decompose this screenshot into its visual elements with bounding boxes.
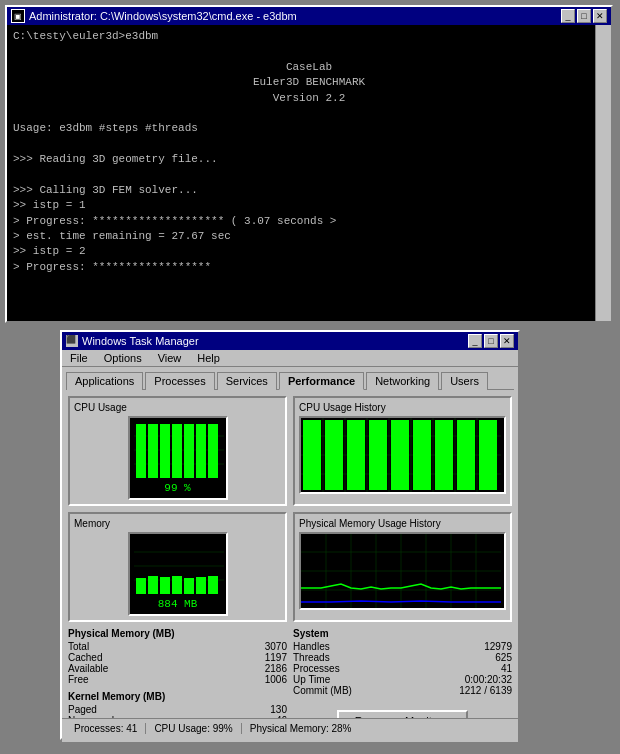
processes-label: Processes [293,663,340,674]
status-processes: Processes: 41 [66,723,146,734]
total-label: Total [68,641,89,652]
cpu-history-graph [301,418,501,492]
tm-tabs: Applications Processes Services Performa… [62,367,518,389]
tm-restore-button[interactable]: □ [484,334,498,348]
cmd-line-progress1: > Progress: ******************** ( 3.07 … [13,214,605,229]
available-label: Available [68,663,108,674]
cmd-line-usage: Usage: e3dbm #steps #threads [13,121,605,136]
svg-rect-38 [196,577,206,594]
memory-title: Memory [74,518,281,529]
cmd-scrollbar[interactable] [595,25,611,321]
cmd-titlebar: ▣ Administrator: C:\Windows\system32\cmd… [7,7,611,25]
tab-processes[interactable]: Processes [145,372,214,390]
uptime-value: 0:00:20:32 [465,674,512,685]
cmd-title: Administrator: C:\Windows\system32\cmd.e… [29,10,297,22]
memory-history-title: Physical Memory Usage History [299,518,506,529]
paged-label: Paged [68,704,97,715]
free-label: Free [68,674,89,685]
svg-rect-35 [160,577,170,594]
taskmanager-window: ⬛ Windows Task Manager _ □ ✕ File Option… [60,330,520,740]
free-value: 1006 [265,674,287,685]
menu-view[interactable]: View [154,352,186,364]
svg-rect-26 [413,420,431,490]
svg-rect-29 [479,420,497,490]
tab-services[interactable]: Services [217,372,277,390]
commit-label: Commit (MB) [293,685,352,696]
menu-help[interactable]: Help [193,352,224,364]
cmd-icon: ▣ [11,9,25,23]
kernel-memory-title: Kernel Memory (MB) [68,691,287,702]
svg-rect-36 [172,576,182,594]
cpu-usage-box: CPU Usage [68,396,287,506]
cmd-window: ▣ Administrator: C:\Windows\system32\cmd… [5,5,613,323]
tab-performance[interactable]: Performance [279,372,364,390]
svg-rect-23 [347,420,365,490]
processes-row: Processes 41 [293,663,512,674]
tm-minimize-button[interactable]: _ [468,334,482,348]
svg-rect-22 [325,420,343,490]
handles-value: 12979 [484,641,512,652]
svg-rect-5 [160,424,170,478]
svg-rect-34 [148,576,158,594]
cpu-usage-title: CPU Usage [74,402,281,413]
memory-usage-graph [134,538,224,596]
svg-rect-6 [172,424,182,478]
cached-label: Cached [68,652,102,663]
menu-file[interactable]: File [66,352,92,364]
system-title: System [293,628,512,639]
cmd-line-calling: >>> Calling 3D FEM solver... [13,183,605,198]
tm-title: Windows Task Manager [82,335,199,347]
memory-history-box: Physical Memory Usage History [293,512,512,622]
uptime-row: Up Time 0:00:20:32 [293,674,512,685]
paged-value: 130 [270,704,287,715]
free-row: Free 1006 [68,674,287,685]
svg-rect-33 [136,578,146,594]
svg-rect-27 [435,420,453,490]
tm-icon: ⬛ [66,335,78,347]
tab-networking[interactable]: Networking [366,372,439,390]
svg-rect-24 [369,420,387,490]
cmd-line-bench: Euler3D BENCHMARK [13,75,605,90]
tab-users[interactable]: Users [441,372,488,390]
svg-rect-8 [196,424,206,478]
threads-value: 625 [495,652,512,663]
status-memory: Physical Memory: 28% [242,723,360,734]
perf-bottom-grid: Memory [68,512,512,622]
menu-options[interactable]: Options [100,352,146,364]
cmd-line-caselab: CaseLab [13,60,605,75]
memory-box: Memory [68,512,287,622]
tm-menubar: File Options View Help [62,350,518,367]
available-value: 2186 [265,663,287,674]
cmd-line-1: C:\testy\euler3d>e3dbm [13,29,605,44]
memory-history-graph [301,534,501,608]
svg-rect-7 [184,424,194,478]
handles-row: Handles 12979 [293,641,512,652]
total-value: 3070 [265,641,287,652]
cmd-line-progress2: > Progress: ****************** [13,260,605,275]
cmd-restore-button[interactable]: □ [577,9,591,23]
cmd-close-button[interactable]: ✕ [593,9,607,23]
svg-rect-28 [457,420,475,490]
svg-rect-4 [148,424,158,478]
cmd-body: C:\testy\euler3d>e3dbm CaseLab Euler3D B… [7,25,611,321]
cpu-history-title: CPU Usage History [299,402,506,413]
svg-rect-21 [303,420,321,490]
available-row: Available 2186 [68,663,287,674]
svg-rect-39 [208,576,218,594]
tm-close-button[interactable]: ✕ [500,334,514,348]
tm-statusbar: Processes: 41 CPU Usage: 99% Physical Me… [62,718,518,738]
handles-label: Handles [293,641,330,652]
svg-rect-37 [184,578,194,594]
physical-memory-title: Physical Memory (MB) [68,628,287,639]
cmd-line-reading: >>> Reading 3D geometry file... [13,152,605,167]
svg-rect-3 [136,424,146,478]
commit-row: Commit (MB) 1212 / 6139 [293,685,512,696]
tab-applications[interactable]: Applications [66,372,143,390]
paged-row: Paged 130 [68,704,287,715]
svg-rect-25 [391,420,409,490]
info-section: Physical Memory (MB) Total 3070 Cached 1… [68,628,512,732]
cmd-minimize-button[interactable]: _ [561,9,575,23]
tm-performance-content: CPU Usage [62,390,518,742]
cached-value: 1197 [265,652,287,663]
commit-value: 1212 / 6139 [459,685,512,696]
